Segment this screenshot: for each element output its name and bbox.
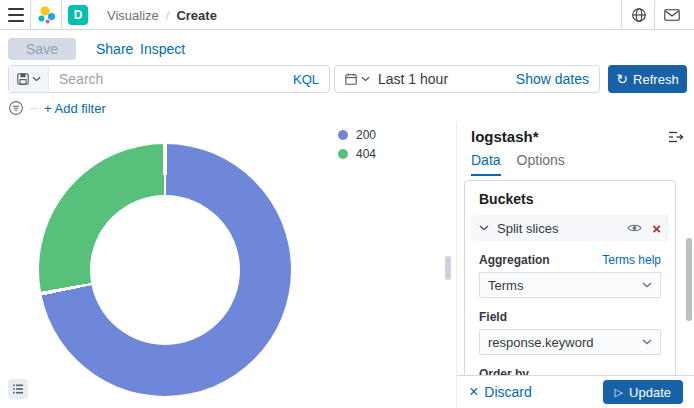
- legend-item[interactable]: 404: [338, 147, 376, 161]
- filter-icon[interactable]: [8, 100, 24, 116]
- legend-dot: [338, 130, 348, 140]
- saved-query-menu-button[interactable]: [9, 66, 49, 92]
- buckets-heading: Buckets: [479, 191, 669, 207]
- filter-bar: + Add filter: [8, 99, 106, 117]
- collapse-panel-icon[interactable]: [668, 130, 684, 144]
- remove-bucket-icon[interactable]: ×: [652, 221, 661, 236]
- chart-legend: 200 404: [338, 128, 376, 161]
- close-icon: ×: [469, 384, 478, 400]
- legend-label: 200: [356, 128, 376, 142]
- chevron-down-icon: [32, 76, 41, 82]
- chevron-down-icon: [642, 339, 652, 345]
- refresh-button[interactable]: ↻ Refresh: [608, 65, 687, 93]
- panel-scroll-area: Buckets Split slices × Aggregation: [457, 178, 694, 375]
- time-range-value[interactable]: Last 1 hour: [378, 71, 448, 87]
- donut-chart[interactable]: [39, 144, 291, 396]
- refresh-icon: ↻: [616, 71, 628, 87]
- aggregation-label: Aggregation: [479, 253, 550, 267]
- breadcrumb-create: Create: [176, 8, 216, 23]
- field-section: Field response.keyword: [471, 298, 669, 355]
- index-pattern-title: logstash*: [471, 128, 539, 145]
- order-by-section: Order by Metric: Count: [471, 355, 669, 375]
- kql-language-button[interactable]: KQL: [283, 72, 329, 87]
- filter-divider: [30, 108, 38, 109]
- tab-data[interactable]: Data: [471, 152, 501, 176]
- save-button[interactable]: Save: [8, 38, 76, 60]
- elastic-logo-icon[interactable]: [36, 5, 58, 25]
- chevron-down-icon: [479, 225, 489, 231]
- discard-button[interactable]: × Discard: [469, 384, 532, 400]
- panel-resizer-handle[interactable]: [445, 256, 451, 280]
- header-divider: [61, 0, 62, 30]
- chevron-down-icon: [361, 76, 370, 82]
- header-divider: [30, 0, 31, 30]
- menu-icon[interactable]: [6, 7, 26, 23]
- field-select[interactable]: response.keyword: [479, 329, 661, 355]
- chevron-down-icon: [642, 282, 652, 288]
- panel-scrollbar-thumb[interactable]: [686, 238, 692, 321]
- share-button[interactable]: Share: [96, 41, 133, 57]
- globe-icon[interactable]: [626, 6, 652, 24]
- bucket-type-label: Split slices: [497, 221, 558, 236]
- panel-tabs: Data Options: [471, 152, 565, 176]
- kibana-app: D Visualize / Create Save Share Inspect: [0, 0, 694, 408]
- breadcrumb-visualize[interactable]: Visualize: [107, 8, 159, 23]
- legend-label: 404: [356, 147, 376, 161]
- list-icon: [12, 384, 24, 394]
- show-dates-button[interactable]: Show dates: [516, 71, 599, 87]
- split-slices-row[interactable]: Split slices ×: [471, 215, 669, 241]
- aggregation-select[interactable]: Terms: [479, 272, 661, 298]
- legend-item[interactable]: 200: [338, 128, 376, 142]
- add-filter-button[interactable]: + Add filter: [44, 101, 106, 116]
- date-picker: Last 1 hour Show dates: [334, 65, 600, 93]
- calendar-icon: [345, 73, 357, 85]
- space-avatar[interactable]: D: [68, 5, 88, 25]
- search-bar: KQL: [8, 65, 330, 93]
- header-divider: [621, 0, 622, 30]
- play-icon: ▷: [615, 386, 623, 399]
- mail-icon[interactable]: [657, 6, 687, 24]
- inspect-button[interactable]: Inspect: [140, 41, 185, 57]
- breadcrumb-separator: /: [166, 8, 170, 23]
- update-button[interactable]: ▷ Update: [603, 380, 683, 404]
- search-input[interactable]: [49, 71, 283, 87]
- top-navbar: D Visualize / Create: [0, 0, 694, 30]
- panel-footer: × Discard ▷ Update: [457, 375, 694, 408]
- field-label: Field: [479, 310, 507, 324]
- date-quick-menu-button[interactable]: [335, 73, 378, 85]
- aggregation-section: Aggregation Terms help Terms: [471, 241, 669, 298]
- save-query-icon: [17, 73, 29, 85]
- eye-icon[interactable]: [627, 223, 642, 233]
- header-divider: [654, 0, 655, 30]
- order-by-label: Order by: [479, 367, 529, 375]
- legend-toggle-button[interactable]: [8, 379, 28, 399]
- vis-editor-panel: logstash* Data Options Buckets S: [456, 122, 694, 408]
- legend-dot: [338, 149, 348, 159]
- breadcrumb: Visualize / Create: [107, 8, 217, 23]
- tab-options[interactable]: Options: [517, 152, 565, 176]
- terms-help-link[interactable]: Terms help: [602, 253, 661, 267]
- buckets-card: Buckets Split slices × Aggregation: [464, 180, 676, 375]
- donut-hole: [90, 195, 240, 345]
